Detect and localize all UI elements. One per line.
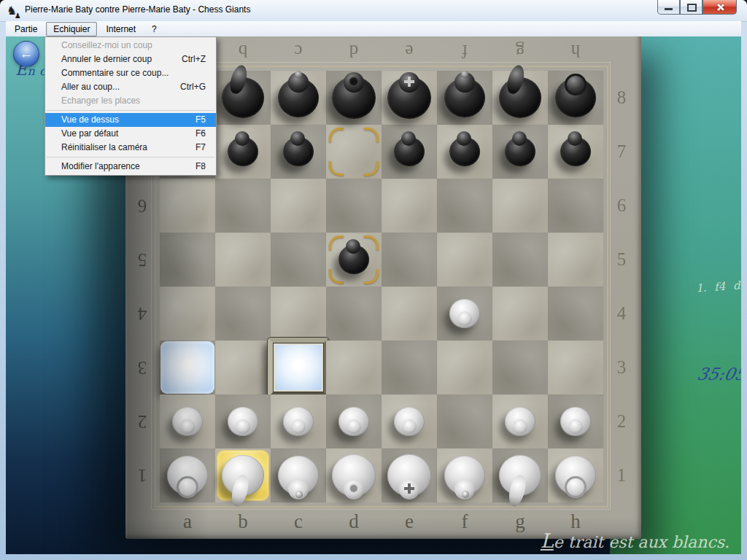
pawn-head [512,131,527,146]
file-label-bottom-b: b [215,509,271,534]
pawn-head [457,311,472,326]
menu-item-shortcut: F5 [196,113,206,127]
menu-item-reinitialiser-la-camera[interactable]: Réinitialiser la caméraF7 [45,141,216,155]
pawn-head [568,131,582,146]
rank-label-right-5: 5 [607,233,636,287]
rook-head [565,74,587,96]
bishop-tip [461,71,468,78]
menu-item-label: Aller au coup... [61,80,120,94]
menu-item-conseillez-moi-un-coup: Conseillez-moi un coup [45,39,216,52]
menu-item-vue-par-defaut[interactable]: Vue par défautF6 [45,127,216,141]
piece-white-pawn[interactable] [492,394,548,448]
menu-separator [47,157,214,158]
piece-white-rook[interactable] [548,448,603,502]
window-title: Pierre-Marie Baty contre Pierre-Marie Ba… [25,4,250,15]
menubar-item-partie[interactable]: Partie [7,22,44,36]
king-tip [403,483,415,494]
piece-black-pawn[interactable] [382,125,437,179]
bishop-tip [462,491,469,498]
pawn-head [401,131,416,146]
piece-black-bishop[interactable] [437,71,492,125]
menu-item-commentaire-sur-ce-coup[interactable]: Commentaire sur ce coup... [45,66,216,80]
file-label-top-h: h [548,39,603,63]
game-clock: 35:05 [691,365,741,384]
pawn-head [235,131,249,146]
piece-white-bishop[interactable] [271,448,326,502]
menu-item-annuler-le-dernier-coup[interactable]: Annuler le dernier coupCtrl+Z [45,52,216,66]
close-button[interactable] [703,0,737,15]
piece-black-knight[interactable] [492,71,548,125]
context-menu-echiquier: Conseillez-moi un coupAnnuler le dernier… [44,36,217,176]
menubar: PartieEchiquierInternet? [6,21,741,37]
piece-black-bishop[interactable] [271,71,326,125]
minimize-button[interactable] [657,0,680,15]
piece-white-knight[interactable] [492,448,548,502]
rank-label-right-2: 2 [607,394,636,448]
piece-black-pawn[interactable] [437,125,492,179]
queen-tip [350,485,357,492]
menubar-item-?[interactable]: ? [144,22,164,36]
close-icon [715,2,724,12]
menu-item-shortcut: F6 [196,127,206,141]
menu-item-echanger-les-places: Echanger les places [45,94,216,108]
piece-white-bishop[interactable] [437,448,492,502]
queen-tip [350,78,357,85]
turn-indicator: Le trait est aux blancs. [541,529,729,552]
piece-black-king[interactable] [382,71,437,125]
piece-black-queen[interactable] [326,71,382,125]
piece-white-king[interactable] [382,448,437,502]
menu-item-aller-au-coup[interactable]: Aller au coup...Ctrl+G [45,80,216,94]
back-arrow-icon: ← [20,46,34,62]
piece-white-queen[interactable] [326,448,382,502]
file-label-bottom-g: g [492,509,548,534]
menu-item-label: Commentaire sur ce coup... [61,66,169,80]
pawn-head [236,419,250,434]
rank-label-right-4: 4 [607,287,636,341]
file-label-bottom-a: a [160,509,215,534]
client-area: aabbccddeeffgghh8877665544332211 ← En co… [6,36,741,554]
menu-item-shortcut: Ctrl+Z [182,52,206,66]
piece-black-pawn[interactable] [492,125,548,179]
menu-item-modifier-l-apparence[interactable]: Modifier l'apparenceF8 [45,160,216,174]
file-label-top-d: d [326,39,382,63]
titlebar[interactable]: ♞ ♟ Pierre-Marie Baty contre Pierre-Mari… [0,0,747,22]
piece-black-rook[interactable] [548,71,603,125]
piece-white-pawn[interactable] [160,394,215,448]
back-button[interactable]: ← [13,41,39,67]
piece-white-pawn[interactable] [215,394,271,448]
piece-white-pawn[interactable] [437,287,492,341]
piece-black-pawn[interactable] [271,125,326,179]
menu-item-shortcut: F7 [196,141,206,155]
file-label-bottom-c: c [271,509,326,534]
king-tip [403,76,415,88]
piece-white-pawn[interactable] [548,394,603,448]
menu-item-shortcut: F8 [196,160,206,174]
pawn-head [568,419,583,434]
piece-white-knight[interactable] [215,448,271,502]
rank-label-right-7: 7 [607,125,636,179]
piece-black-pawn[interactable] [326,233,382,287]
maximize-button[interactable] [680,0,703,15]
board-pieces [160,71,603,502]
menubar-item-internet[interactable]: Internet [98,22,143,36]
menubar-item-echiquier[interactable]: Echiquier [46,22,97,36]
bishop-tip [295,491,303,498]
piece-white-pawn[interactable] [326,394,382,448]
file-label-top-f: f [437,39,492,63]
piece-white-rook[interactable] [160,448,215,502]
rank-label-right-1: 1 [607,448,636,502]
menu-item-vue-de-dessus[interactable]: Vue de dessusF5 [45,113,216,127]
rank-label-right-6: 6 [607,179,636,233]
menu-item-label: Echanger les places [61,94,140,108]
piece-black-pawn[interactable] [548,125,603,179]
piece-black-knight[interactable] [215,71,271,125]
minimize-icon [665,8,673,10]
piece-white-pawn[interactable] [382,394,437,448]
rank-label-right-8: 8 [607,71,636,125]
menu-separator [47,110,214,111]
file-label-bottom-e: e [382,509,437,534]
piece-white-pawn[interactable] [271,394,326,448]
pawn-head [513,419,527,434]
file-label-bottom-d: d [326,509,382,534]
piece-black-pawn[interactable] [215,125,271,179]
